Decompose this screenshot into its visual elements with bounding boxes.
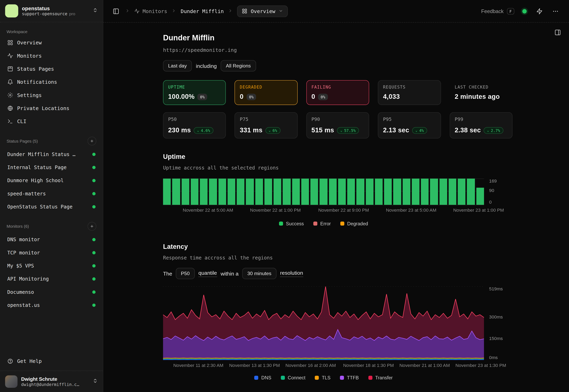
uptime-bar[interactable] — [218, 179, 226, 205]
latency-chart: 519ms300ms150ms0ms November 11 at 2:30 A… — [163, 286, 512, 380]
legend-swatch — [313, 222, 317, 225]
monitor-item[interactable]: TCP monitor — [4, 246, 99, 259]
monitor-name: API Monitoring — [7, 276, 49, 282]
status-page-item[interactable]: Dunder Mifflin Status … — [4, 148, 99, 161]
uptime-bar[interactable] — [375, 179, 383, 205]
user-email: dwight@dundermifflin.c… — [21, 382, 89, 387]
status-page-item[interactable]: OpenStatus Status Page — [4, 200, 99, 213]
uptime-bar[interactable] — [246, 179, 254, 205]
uptime-stat-card: UPTIME 100.00%0% — [163, 80, 226, 105]
uptime-bar[interactable] — [329, 179, 337, 205]
monitor-item[interactable]: Documenso — [4, 285, 99, 298]
top-header: Monitors Dunder Mifflin Overview — [103, 0, 569, 23]
monitor-item[interactable]: My $5 VPS — [4, 259, 99, 272]
sidebar-item-overview[interactable]: Overview — [4, 36, 99, 49]
status-page-item[interactable]: speed-matters — [4, 187, 99, 200]
uptime-bar[interactable] — [439, 179, 447, 205]
uptime-bar[interactable] — [403, 179, 410, 205]
uptime-bar[interactable] — [283, 179, 291, 205]
monitor-item[interactable]: API Monitoring — [4, 272, 99, 285]
uptime-bar[interactable] — [255, 179, 263, 205]
percentile-value: 230 ms — [168, 126, 191, 134]
x-axis-label: November 11 at 2:30 AM — [173, 363, 223, 368]
more-options-button[interactable] — [551, 6, 560, 16]
add-monitor-button[interactable] — [88, 222, 97, 231]
sidebar-item-settings[interactable]: Settings — [4, 89, 99, 102]
app-root: openstatus support-opensourcepro Workspa… — [0, 0, 569, 392]
uptime-bar[interactable] — [310, 179, 318, 205]
latency-area-chart[interactable] — [163, 286, 484, 360]
command-menu-button[interactable] — [535, 6, 544, 16]
uptime-bar[interactable] — [421, 179, 429, 205]
add-status-page-button[interactable] — [88, 137, 97, 146]
uptime-bar[interactable] — [365, 179, 373, 205]
monitor-item[interactable]: DNS monitor — [4, 233, 99, 246]
status-dot — [92, 238, 95, 241]
y-axis-label: 519ms — [489, 286, 503, 291]
uptime-bar[interactable] — [393, 179, 401, 205]
uptime-bar[interactable] — [338, 179, 346, 205]
uptime-bar[interactable] — [476, 188, 484, 205]
uptime-bar[interactable] — [412, 179, 420, 205]
status-dot — [92, 153, 95, 156]
sidebar-item-status-pages[interactable]: Status Pages — [4, 62, 99, 75]
uptime-bar[interactable] — [356, 179, 364, 205]
uptime-bar[interactable] — [449, 179, 456, 205]
uptime-bars[interactable] — [163, 179, 484, 205]
trend-badge: ⌄4% — [412, 127, 427, 134]
sidebar-item-private-locations[interactable]: Private Locations — [4, 102, 99, 115]
quantile-select-button[interactable]: P50 — [176, 268, 195, 279]
view-selector-button[interactable]: Overview — [237, 5, 288, 17]
uptime-bar[interactable] — [347, 179, 355, 205]
uptime-bar[interactable] — [264, 179, 272, 205]
sidebar-item-monitors[interactable]: Monitors — [4, 49, 99, 62]
resolution-select-button[interactable]: 30 minutes — [242, 268, 277, 279]
uptime-bar[interactable] — [200, 179, 208, 205]
status-page-item[interactable]: Dunmore High School — [4, 174, 99, 187]
uptime-bar[interactable] — [458, 179, 466, 205]
regions-select-button[interactable]: All Regions — [221, 60, 256, 71]
breadcrumb-monitors[interactable]: Monitors — [134, 8, 167, 14]
uptime-bar[interactable] — [274, 179, 281, 205]
stat-label: REQUESTS — [383, 84, 436, 90]
details-panel-toggle-button[interactable] — [553, 28, 562, 37]
monitor-name: TCP monitor — [7, 250, 40, 255]
uptime-bar[interactable] — [181, 179, 189, 205]
get-help-button[interactable]: Get Help — [4, 355, 99, 368]
status-dot — [92, 264, 95, 267]
feedback-label: Feedback — [481, 8, 504, 14]
uptime-bar[interactable] — [209, 179, 217, 205]
feedback-button[interactable]: Feedback F — [481, 8, 514, 14]
uptime-bar[interactable] — [467, 179, 475, 205]
workspace-section-label: Workspace — [4, 26, 99, 36]
uptime-bar[interactable] — [301, 179, 309, 205]
percentile-value: 2.38 sec — [455, 126, 481, 134]
sidebar-item-notifications[interactable]: Notifications — [4, 75, 99, 89]
main-area: Monitors Dunder Mifflin Overview — [103, 0, 569, 392]
latency-controls: The P50 quantile within a 30 minutes res… — [163, 268, 512, 279]
user-menu[interactable]: Dwight Schrute dwight@dundermifflin.c… — [0, 371, 103, 392]
uptime-bar[interactable] — [163, 179, 171, 205]
uptime-bar[interactable] — [384, 179, 392, 205]
uptime-bar[interactable] — [237, 179, 245, 205]
period-select-button[interactable]: Last day — [163, 60, 192, 71]
workspace-switcher[interactable]: openstatus support-opensourcepro — [0, 0, 103, 22]
resolution-word[interactable]: resolution — [280, 270, 303, 277]
sidebar-item-cli[interactable]: CLI — [4, 115, 99, 128]
x-axis-label: November 16 at 2:00 AM — [285, 363, 336, 368]
sidebar-toggle-button[interactable] — [111, 6, 121, 16]
monitor-name: openstat.us — [7, 302, 40, 308]
quantile-word[interactable]: quantile — [198, 270, 217, 277]
monitor-item[interactable]: openstat.us — [4, 298, 99, 311]
status-page-item[interactable]: Internal Status Page — [4, 161, 99, 174]
breadcrumb-monitor-name[interactable]: Dunder Mifflin — [181, 8, 224, 14]
status-dot — [92, 277, 95, 280]
system-status-indicator[interactable] — [521, 7, 528, 15]
uptime-bar[interactable] — [228, 179, 235, 205]
uptime-bar[interactable] — [191, 179, 199, 205]
uptime-bar[interactable] — [320, 179, 327, 205]
uptime-bar[interactable] — [292, 179, 300, 205]
uptime-bar[interactable] — [172, 179, 180, 205]
uptime-bar[interactable] — [430, 179, 438, 205]
latency-section-title: Latency — [163, 243, 512, 251]
